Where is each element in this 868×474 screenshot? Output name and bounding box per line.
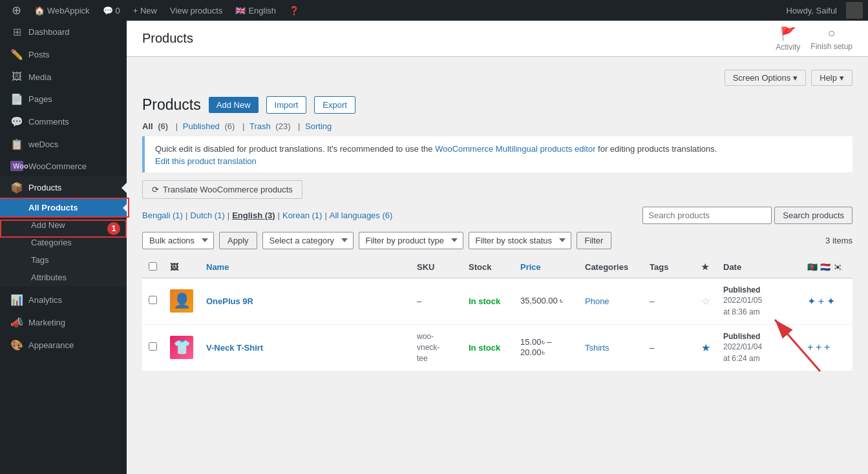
sidebar-item-appearance[interactable]: 🎨 Appearance <box>0 334 127 356</box>
apply-button[interactable]: Apply <box>219 232 257 249</box>
lang-dutch[interactable]: Dutch (1) <box>190 211 224 220</box>
sidebar-item-media[interactable]: 🖼 Media <box>0 66 127 88</box>
product-star-cell: ★ <box>695 324 717 371</box>
help-button[interactable]: Help ▾ <box>811 70 852 86</box>
marketing-icon: 📣 <box>10 316 23 329</box>
stock-header: Stock <box>462 257 514 278</box>
comment-icon: 💬 <box>103 6 113 15</box>
add-icon-2a[interactable]: + <box>807 342 813 353</box>
activity-button[interactable]: 🚩 Activity <box>776 26 800 52</box>
language-selector[interactable]: 🇬🇧 English <box>229 0 282 21</box>
add-icon-2c[interactable]: + <box>824 342 830 353</box>
tab-published[interactable]: Published (6) <box>183 121 238 131</box>
comments-link[interactable]: 💬 0 <box>96 0 127 21</box>
finish-setup-button[interactable]: ○ Finish setup <box>810 26 852 51</box>
site-name[interactable]: 🏠 WebAppick <box>28 0 96 21</box>
pages-icon: 📄 <box>10 93 23 105</box>
category-dropdown[interactable]: Select a category <box>262 232 354 249</box>
star-icon-empty[interactable]: ☆ <box>701 296 710 307</box>
add-icon-1[interactable]: + <box>818 296 824 307</box>
search-input[interactable] <box>642 207 772 224</box>
user-avatar[interactable] <box>846 2 863 19</box>
select-all-header <box>142 257 164 278</box>
search-products-button[interactable]: Search products <box>774 207 852 224</box>
stock-status-dropdown[interactable]: Filter by stock status <box>469 232 571 249</box>
import-button[interactable]: Import <box>266 96 307 114</box>
select-all-checkbox[interactable] <box>149 262 157 271</box>
product-category-link[interactable]: Phone <box>585 296 609 306</box>
translate-icon: ⟳ <box>152 185 159 194</box>
product-category-link[interactable]: Tshirts <box>585 343 609 353</box>
sidebar-item-pages[interactable]: 📄 Pages <box>0 88 127 110</box>
tab-all[interactable]: All (6) <box>142 121 171 131</box>
product-price-cell: 15.00৳ – 20.00৳ <box>514 324 578 371</box>
tab-sorting[interactable]: Sorting <box>305 121 332 131</box>
woocommerce-icon: Woo <box>10 161 23 171</box>
translate-woocommerce-button[interactable]: ⟳ Translate WooCommerce products <box>142 180 302 199</box>
new-button[interactable]: + New <box>127 0 164 21</box>
bulk-actions-dropdown[interactable]: Bulk actions <box>142 232 214 249</box>
lang-all[interactable]: All languages (6) <box>330 211 393 220</box>
products-heading: Products <box>142 96 201 114</box>
notice-text: Quick edit is disabled for product trans… <box>155 143 842 156</box>
price-header[interactable]: Price <box>514 257 578 278</box>
sidebar-sub-item-add-new[interactable]: Add New <box>0 216 127 234</box>
sidebar-sub-item-all-products[interactable]: All Products <box>0 199 127 216</box>
product-categories-cell: Phone <box>578 278 643 324</box>
search-area: Search products <box>642 207 852 224</box>
sidebar-item-posts[interactable]: ✏️ Posts <box>0 43 127 66</box>
product-type-dropdown[interactable]: Filter by product type <box>359 232 463 249</box>
sidebar-item-wedocs[interactable]: 📋 weDocs <box>0 133 127 156</box>
wedocs-icon: 📋 <box>10 138 23 150</box>
chevron-down-icon: ▾ <box>793 73 798 83</box>
name-header[interactable]: Name <box>200 257 410 278</box>
edit-translation-link[interactable]: Edit this product translation <box>155 156 257 166</box>
sidebar-item-comments[interactable]: 💬 Comments <box>0 110 127 133</box>
items-count: 3 items <box>825 236 852 245</box>
product-tags-cell: – <box>643 324 695 371</box>
lang-korean[interactable]: Korean (1) <box>282 211 322 220</box>
sidebar-item-dashboard[interactable]: ⊞ Dashboard <box>0 21 127 43</box>
lang-bengali[interactable]: Bengali (1) <box>142 211 183 220</box>
screen-options-button[interactable]: Screen Options ▾ <box>725 70 807 86</box>
sidebar-item-products[interactable]: 📦 Products <box>0 176 127 199</box>
sidebar-sub-item-tags[interactable]: Tags <box>0 251 127 269</box>
product-name-link[interactable]: OnePlus 9R <box>206 296 253 306</box>
row-checkbox[interactable] <box>149 342 157 351</box>
home-icon: 🏠 <box>34 6 45 15</box>
add-icon-2b[interactable]: + <box>816 342 821 353</box>
multilingual-editor-link[interactable]: WooCommerce Multilingual products editor <box>435 144 595 154</box>
product-categories-cell: Tshirts <box>578 324 643 371</box>
action-icon-1[interactable]: ✦ <box>807 296 816 307</box>
filter-button[interactable]: Filter <box>577 232 612 249</box>
sidebar: ⊞ Dashboard ✏️ Posts 🖼 Media 📄 Pages 💬 C… <box>0 21 127 474</box>
add-new-button[interactable]: Add New <box>209 97 259 113</box>
kr-flag: 🇰🇷 <box>832 262 843 272</box>
row-checkbox[interactable] <box>149 296 157 304</box>
product-price-cell: 35,500.00 ৳ <box>514 278 578 324</box>
lang-english[interactable]: English (3) <box>232 211 275 220</box>
help-icon[interactable]: ❓ <box>282 0 306 21</box>
product-name-link[interactable]: V-Neck T-Shirt <box>206 343 263 353</box>
product-sku-cell: woo-vneck-tee <box>410 324 462 371</box>
tab-trash[interactable]: Trash (23) <box>249 121 293 131</box>
sidebar-item-woocommerce[interactable]: Woo WooCommerce <box>0 156 127 176</box>
table-header-row: 🖼 Name SKU Stock <box>142 257 852 278</box>
language-filter-row: Bengali (1) | Dutch (1) | English (3) | … <box>142 207 852 224</box>
export-button[interactable]: Export <box>314 96 355 114</box>
sidebar-item-marketing[interactable]: 📣 Marketing <box>0 311 127 334</box>
products-icon: 📦 <box>10 181 23 194</box>
product-flags-cell: + + + <box>801 324 852 371</box>
product-name-cell: OnePlus 9R <box>200 278 410 324</box>
view-products-link[interactable]: View products <box>164 0 229 21</box>
product-stock-cell: In stock <box>462 278 514 324</box>
sidebar-item-analytics[interactable]: 📊 Analytics <box>0 289 127 311</box>
star-icon-filled[interactable]: ★ <box>701 342 710 353</box>
posts-icon: ✏️ <box>10 48 23 61</box>
sidebar-sub-item-attributes[interactable]: Attributes <box>0 269 127 286</box>
wp-logo[interactable]: ⊕ <box>5 0 28 21</box>
sidebar-sub-item-categories[interactable]: Categories <box>0 234 127 251</box>
notice-box: Quick edit is disabled for product trans… <box>142 136 852 172</box>
thumb-icon: 🖼 <box>170 262 178 272</box>
action-icon-2[interactable]: ✦ <box>827 296 835 307</box>
